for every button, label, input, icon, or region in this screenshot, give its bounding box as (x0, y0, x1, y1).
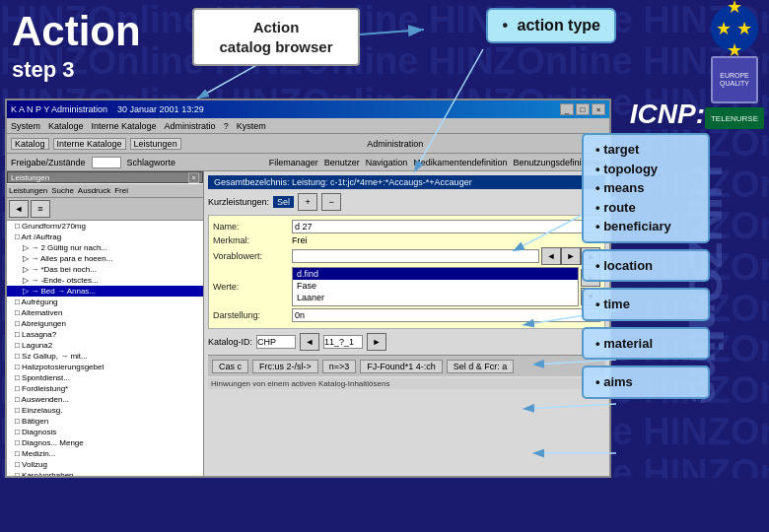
tree-item[interactable]: □ Medizin... (7, 448, 203, 459)
menu-admin[interactable]: Administratio (165, 121, 216, 131)
btn-n3[interactable]: n=>3 (322, 360, 357, 373)
kurzleistungen-select[interactable]: Sel (273, 196, 294, 208)
tree-item[interactable]: ▷ → *Das bei noch... (7, 264, 203, 275)
left-toolbar: ◄ ≡ (7, 198, 203, 221)
nav-freigabe[interactable]: Freigabe/Zustände (11, 158, 86, 167)
menu-kataloge[interactable]: Kataloge (48, 121, 84, 131)
eu-stars: ★★ ★★ (716, 0, 752, 61)
katalog-btn2[interactable]: ► (367, 333, 386, 351)
toolbar-row2: Freigabe/Zustände Schlagworte Filemanage… (7, 154, 609, 171)
menu-interne[interactable]: Interne Kataloge (92, 121, 157, 131)
tree-item[interactable]: □ Laguna2 (7, 340, 203, 351)
vorablowert-label: Vorablowert: (213, 251, 292, 261)
tree-view: □ Grundform/270mg □ Art /Auftrag ▷ → 2 G… (7, 221, 203, 478)
tree-item[interactable]: ▷ → Bed → Annas... (7, 286, 203, 297)
tree-item[interactable]: □ Art /Auftrag (7, 232, 203, 242)
tb-interne[interactable]: Interne Kataloge (53, 138, 126, 150)
freigabe-input[interactable] (92, 157, 121, 168)
tree-item[interactable]: □ Lasagna? (7, 329, 203, 340)
btn-sel[interactable]: Sel d & Fcr: a (447, 360, 515, 373)
nav-medikament[interactable]: Medikamentendefinition (413, 158, 507, 167)
darstellung-input[interactable] (292, 308, 600, 322)
werte-item[interactable]: Fase (293, 280, 578, 292)
action-type-bubble: action type (486, 8, 616, 43)
tree-item[interactable]: □ Diagnos... Menge (7, 437, 203, 448)
bullet-means: means (595, 178, 696, 198)
katalog-num-input[interactable] (323, 335, 363, 349)
werte-item[interactable]: Laaner (293, 292, 578, 303)
badge-text: EUROPE QUALITY (713, 72, 756, 89)
kurzleistungen-btn2[interactable]: − (321, 193, 341, 211)
tree-item[interactable]: ▷ → 2 Gültig nur nach... (7, 242, 203, 253)
close-button[interactable]: × (592, 103, 605, 115)
btn-casc[interactable]: Cas c (212, 360, 248, 373)
tree-item[interactable]: □ Halizpotosierungsgebel (7, 362, 203, 372)
vorablowert-input[interactable] (292, 249, 539, 263)
tree-item[interactable]: □ Auswenden... (7, 394, 203, 405)
tree-item[interactable]: □ Einzelausg. (7, 405, 203, 416)
name-row: Name: (213, 220, 600, 233)
werte-row: Werte: d.find Fase Laaner ▲ ▼ (213, 267, 600, 306)
menu-help[interactable]: ? (224, 121, 229, 131)
tab-frei[interactable]: Frei (114, 186, 128, 195)
telenurse-text: TELENURSE (711, 114, 758, 123)
tree-item[interactable]: □ Aufrégung (7, 297, 203, 307)
tree-item[interactable]: ▷ → -Ende- otsctes... (7, 275, 203, 286)
tree-back-btn[interactable]: ◄ (9, 200, 29, 218)
nav-filemanager[interactable]: Filemanager (269, 158, 318, 167)
window-titlebar: K A N P Y Administration 30 Januar 2001 … (7, 100, 609, 118)
btn-frcus[interactable]: Frc:us 2-/sl-> (252, 360, 318, 373)
tree-item[interactable]: □ Abreigungen (7, 318, 203, 329)
werte-list[interactable]: d.find Fase Laaner (292, 267, 579, 306)
vorablowert-row: Vorablowert: ◄ ► ▲ (213, 247, 600, 265)
menu-kystem[interactable]: Kystem (237, 121, 266, 131)
minimize-button[interactable]: _ (560, 103, 574, 115)
step-label: step 3 (12, 57, 75, 83)
nav-schlagworte[interactable]: Schlagworte (127, 158, 176, 167)
name-label: Name: (213, 222, 292, 232)
bullet-box-group4: material (582, 327, 710, 361)
maximize-button[interactable]: □ (576, 103, 590, 115)
action-type-text: action type (518, 17, 600, 33)
tree-list-btn[interactable]: ≡ (31, 200, 50, 218)
vorablowert-btn2[interactable]: ► (561, 247, 581, 265)
katalog-input[interactable] (256, 335, 296, 349)
tree-item[interactable]: ▷ → Alles para e hoeen... (7, 253, 203, 264)
tree-item[interactable]: □ Vollzug (7, 459, 203, 470)
tab-suche[interactable]: Suche (51, 186, 74, 195)
katalog-row: Katalog-ID: ◄ ► (208, 333, 605, 351)
inner-close[interactable]: × (188, 172, 199, 183)
tb-leistungen[interactable]: Leistungen (130, 138, 181, 150)
catalog-line2: catalog browser (219, 38, 332, 55)
tab-leistungen[interactable]: Leistungen (9, 186, 47, 195)
name-input[interactable] (292, 220, 600, 233)
menu-system[interactable]: System (11, 121, 40, 131)
bottom-bar (0, 478, 769, 532)
tree-item[interactable]: □ Fordleistung* (7, 383, 203, 394)
catalog-browser-box: Action catalog browser (192, 8, 360, 66)
btn-found[interactable]: FJ-Found*1 4-:ch (360, 360, 443, 373)
tree-item[interactable]: □ Grundform/270mg (7, 221, 203, 232)
kurzleistungen-btn1[interactable]: + (298, 193, 317, 211)
window-controls: _ □ × (560, 103, 605, 115)
tree-item[interactable]: □ Sz Gallup, → mit... (7, 351, 203, 362)
sub-toolbar: Katalog Interne Kataloge Leistungen Admi… (7, 134, 609, 154)
bullet-material: material (595, 334, 696, 354)
tree-item[interactable]: □ Karo/vorhaben (7, 470, 203, 478)
nav-benutzer[interactable]: Benutzer (324, 158, 360, 167)
bullet-box-group1: target topology means route beneficiary (582, 133, 710, 243)
form-header: Gesamtbezelchnis: Leistung: c-1t:jc/*4rn… (208, 175, 605, 189)
tb-katalog[interactable]: Katalog (11, 138, 49, 150)
tree-item[interactable]: □ Altemativen (7, 307, 203, 318)
main-container: Action step 3 Action catalog browser act… (0, 0, 769, 532)
katalog-btn1[interactable]: ◄ (300, 333, 319, 351)
werte-item[interactable]: d.find (293, 268, 578, 280)
tree-item[interactable]: □ Spontdienst... (7, 372, 203, 383)
window-inner: Leistungen × Leistungen Suche Ausdruck F… (7, 171, 609, 478)
tree-item[interactable]: □ Bätigen (7, 416, 203, 427)
vorablowert-btn1[interactable]: ◄ (541, 247, 561, 265)
tab-ausdruck[interactable]: Ausdruck (78, 186, 110, 195)
tree-item[interactable]: □ Diagnosis (7, 427, 203, 437)
darstellung-row: Darstellung: (213, 308, 600, 322)
nav-navigation[interactable]: Navigation (366, 158, 408, 167)
